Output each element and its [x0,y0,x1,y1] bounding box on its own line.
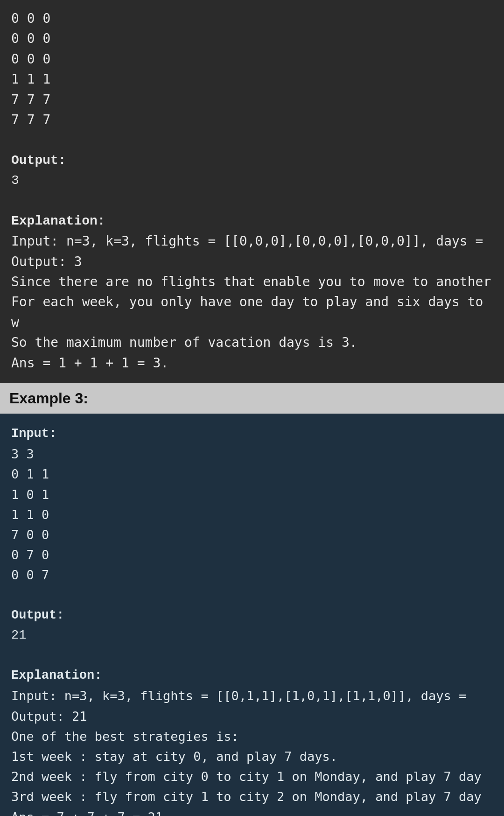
example3-input-label: Input: [11,424,493,444]
example3-output-label: Output: [11,605,493,626]
example3-code-block: Input: 3 3 0 1 1 1 0 1 1 1 0 7 0 0 0 7 0… [0,414,504,816]
example3-header: Example 3: [0,383,504,414]
top-explanation-label: Explanation: [11,211,493,231]
top-code-block: 0 0 0 0 0 0 0 0 0 1 1 1 7 7 7 7 7 7 Outp… [0,0,504,383]
example3-output-value: 21 [11,626,493,646]
example3-input-lines: 3 3 0 1 1 1 0 1 1 1 0 7 0 0 0 7 0 0 0 7 [11,444,493,585]
top-explanation-lines: Input: n=3, k=3, flights = [[0,0,0],[0,0… [11,231,493,373]
top-output-value: 3 [11,170,493,190]
top-code-lines: 0 0 0 0 0 0 0 0 0 1 1 1 7 7 7 7 7 7 [11,8,493,130]
top-output-label: Output: [11,150,493,170]
example3-explanation-label: Explanation: [11,666,493,686]
example3-header-text: Example 3: [9,390,88,407]
example3-explanation-lines: Input: n=3, k=3, flights = [[0,1,1],[1,0… [11,686,493,816]
